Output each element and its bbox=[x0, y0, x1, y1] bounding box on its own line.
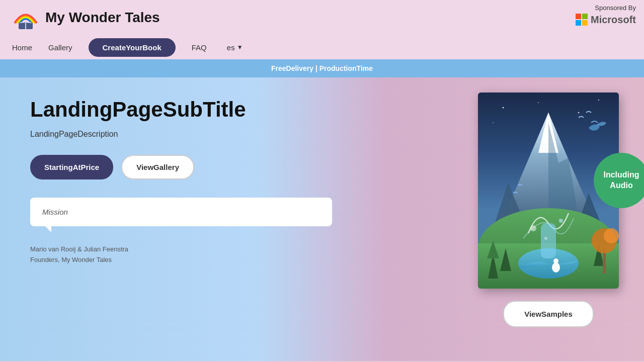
microsoft-text: Microsoft bbox=[591, 14, 636, 26]
mission-box: Mission bbox=[30, 198, 332, 226]
view-gallery-button[interactable]: ViewGallery bbox=[121, 155, 194, 179]
svg-point-7 bbox=[493, 122, 494, 123]
svg-rect-17 bbox=[541, 223, 556, 258]
view-samples-button[interactable]: ViewSamples bbox=[503, 301, 594, 327]
svg-point-5 bbox=[578, 112, 580, 114]
site-title: My Wonder Tales bbox=[45, 10, 160, 26]
founders-info: Mario van Rooij & Julian Feenstra Founde… bbox=[30, 244, 443, 265]
sponsor-label: Sponsored By bbox=[595, 4, 636, 12]
left-section: LandingPageSubTitle LandingPageDescripti… bbox=[0, 77, 463, 361]
nav-create[interactable]: CreateYourBook bbox=[89, 38, 176, 57]
svg-point-29 bbox=[544, 237, 547, 240]
logo-area: My Wonder Tales bbox=[12, 4, 160, 31]
svg-point-3 bbox=[503, 107, 504, 109]
lang-selector[interactable]: es ▼ bbox=[227, 43, 243, 52]
landing-subtitle: LandingPageSubTitle bbox=[30, 98, 443, 122]
founders-name: Mario van Rooij & Julian Feenstra bbox=[30, 244, 443, 255]
microsoft-logo: Microsoft bbox=[576, 14, 636, 26]
header: My Wonder Tales Sponsored By Microsoft bbox=[0, 0, 644, 35]
svg-point-27 bbox=[530, 225, 536, 231]
cta-buttons: StartingAtPrice ViewGallery bbox=[30, 155, 443, 179]
svg-point-4 bbox=[538, 102, 539, 103]
mission-text: Mission bbox=[42, 208, 68, 216]
badge-line2: Audio bbox=[610, 180, 632, 191]
starting-at-price-button[interactable]: StartingAtPrice bbox=[30, 155, 113, 179]
nav-home[interactable]: Home bbox=[12, 43, 32, 52]
nav-faq[interactable]: FAQ bbox=[192, 43, 207, 52]
founders-title: Founders, My Wonder Tales bbox=[30, 255, 443, 265]
main-content: LandingPageSubTitle LandingPageDescripti… bbox=[0, 77, 644, 361]
svg-point-25 bbox=[552, 262, 560, 273]
lang-arrow-icon: ▼ bbox=[237, 44, 243, 51]
svg-point-28 bbox=[559, 219, 563, 223]
lang-value: es bbox=[227, 43, 235, 52]
svg-point-6 bbox=[598, 100, 599, 101]
including-audio-badge: Including Audio bbox=[594, 153, 644, 208]
banner-text: FreeDelivery | ProductionTime bbox=[271, 64, 373, 72]
svg-point-26 bbox=[553, 258, 558, 263]
badge-line1: Including bbox=[603, 170, 639, 180]
right-section: Including Audio bbox=[463, 77, 644, 361]
nav-gallery[interactable]: Gallery bbox=[48, 43, 72, 52]
ms-grid-icon bbox=[576, 14, 588, 26]
landing-description: LandingPageDescription bbox=[30, 130, 443, 139]
logo-icon bbox=[12, 4, 39, 31]
nav: Home Gallery CreateYourBook FAQ es ▼ bbox=[0, 35, 644, 59]
promo-banner: FreeDelivery | ProductionTime bbox=[0, 59, 644, 77]
sponsor-area: Sponsored By Microsoft bbox=[568, 0, 644, 30]
svg-point-24 bbox=[604, 228, 619, 243]
